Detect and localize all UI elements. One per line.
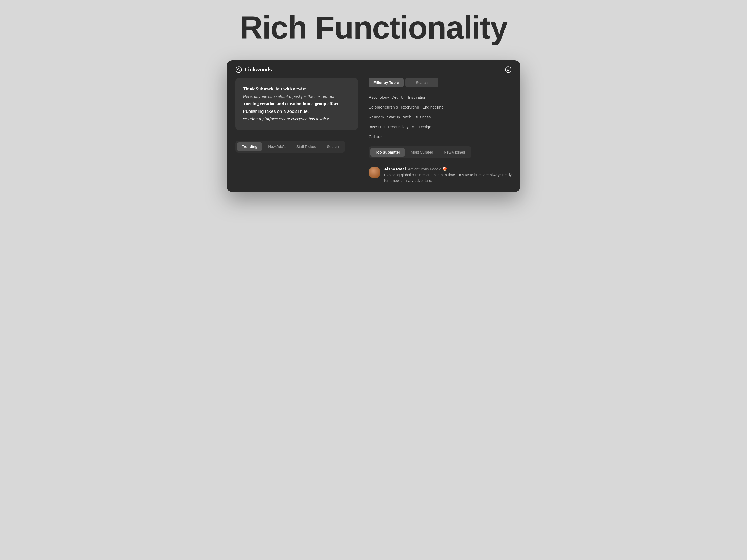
text-line3-part1: turning creation and curation into a gro… [244, 101, 339, 106]
tags-row-2: Solopreneurship Recruiting Engineering [369, 104, 512, 110]
user-name-row: Aisha Patel Adventurous Foodie 🍄 [384, 167, 512, 171]
smiley-icon[interactable] [505, 66, 512, 73]
user-bio: Exploring global cuisines one bite at a … [384, 172, 512, 184]
logo-icon [235, 66, 242, 73]
logo-area: Linkwoods [235, 66, 272, 73]
tag-solopreneurship[interactable]: Solopreneurship [369, 104, 398, 110]
main-content: Think Substack, but with a twist. Here, … [227, 78, 520, 192]
tab-search[interactable]: Search [322, 142, 343, 151]
text-line1: Think Substack, but with a twist. [243, 86, 307, 91]
tag-web[interactable]: Web [403, 114, 411, 120]
tag-startup[interactable]: Startup [387, 114, 400, 120]
tag-art[interactable]: Art [392, 94, 397, 101]
svg-point-1 [505, 67, 511, 73]
svg-point-3 [509, 69, 509, 69]
svg-point-2 [507, 69, 508, 69]
tag-psychology[interactable]: Psychology [369, 94, 389, 101]
bottom-tabs: Trending New Add's Staff Picked Search [235, 141, 345, 153]
tab-top-submitter[interactable]: Top Submitter [370, 148, 405, 157]
text-line4: Publishing takes on a social hue, [243, 109, 309, 114]
logo-text: Linkwoods [245, 67, 272, 73]
tab-newly-joined[interactable]: Newly joined [439, 148, 470, 157]
search-button[interactable]: Search [405, 78, 438, 87]
page-heading: Rich Functionality [239, 11, 508, 44]
tag-productivity[interactable]: Productivity [388, 124, 409, 130]
tag-investing[interactable]: Investing [369, 124, 385, 130]
tag-random[interactable]: Random [369, 114, 384, 120]
tags-row-5: Culture [369, 133, 512, 140]
top-bar: Linkwoods [227, 60, 520, 78]
tags-row-4: Investing Productivity AI Design [369, 124, 512, 130]
tab-staff-picked[interactable]: Staff Picked [291, 142, 321, 151]
tab-most-curated[interactable]: Most Curated [406, 148, 438, 157]
tags-grid: Psychology Art UI Inspiration Solopreneu… [369, 94, 512, 140]
user-info: Aisha Patel Adventurous Foodie 🍄 Explori… [384, 167, 512, 184]
avatar-image [369, 167, 381, 179]
text-line2: Here, anyone can submit a post for the n… [243, 94, 337, 99]
left-panel: Think Substack, but with a twist. Here, … [235, 78, 358, 153]
tag-recruiting[interactable]: Recruiting [401, 104, 419, 110]
avatar [369, 167, 381, 179]
submitter-tabs: Top Submitter Most Curated Newly joined [369, 146, 471, 158]
tag-design[interactable]: Design [419, 124, 431, 130]
text-card: Think Substack, but with a twist. Here, … [235, 78, 358, 130]
tag-culture[interactable]: Culture [369, 133, 382, 140]
right-panel: Filter by Topic Search Psychology Art UI… [358, 78, 512, 184]
tab-new-adds[interactable]: New Add's [263, 142, 290, 151]
tag-ui[interactable]: UI [401, 94, 405, 101]
filter-search-bar: Filter by Topic Search [369, 78, 512, 87]
app-window: Linkwoods Think Substack, but with a twi… [227, 60, 520, 192]
tag-business[interactable]: Business [415, 114, 431, 120]
user-name: Aisha Patel [384, 167, 406, 171]
tags-row-1: Psychology Art UI Inspiration [369, 94, 512, 101]
tag-inspiration[interactable]: Inspiration [408, 94, 426, 101]
filter-by-topic-button[interactable]: Filter by Topic [369, 78, 404, 87]
text-line5: creating a platform where everyone has a… [243, 116, 330, 121]
tab-trending[interactable]: Trending [237, 142, 262, 151]
tag-engineering[interactable]: Engineering [422, 104, 444, 110]
user-card: Aisha Patel Adventurous Foodie 🍄 Explori… [369, 164, 512, 184]
user-handle: Adventurous Foodie 🍄 [408, 167, 447, 171]
tags-row-3: Random Startup Web Business [369, 114, 512, 120]
tag-ai[interactable]: AI [412, 124, 416, 130]
